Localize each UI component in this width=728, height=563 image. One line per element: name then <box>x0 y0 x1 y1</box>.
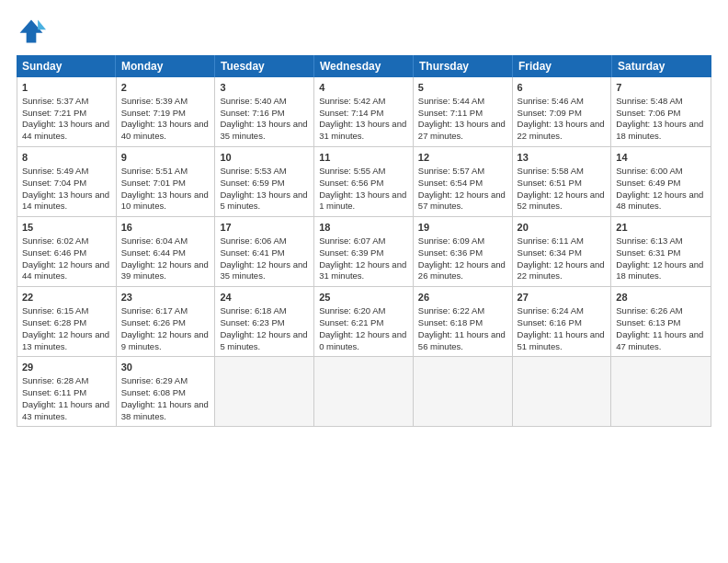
daylight: Daylight: 13 hours and 31 minutes. <box>319 119 408 143</box>
sunset: Sunset: 6:56 PM <box>319 178 408 190</box>
day-cell-3: 3Sunrise: 5:40 AMSunset: 7:16 PMDaylight… <box>215 77 314 146</box>
day-number: 26 <box>418 291 507 304</box>
day-header-monday: Monday <box>116 55 215 77</box>
daylight: Daylight: 13 hours and 14 minutes. <box>22 190 111 213</box>
day-number: 12 <box>418 151 507 165</box>
sunset: Sunset: 7:01 PM <box>121 178 210 190</box>
day-number: 28 <box>616 291 706 304</box>
sunrise: Sunrise: 6:15 AM <box>22 305 111 317</box>
sunset: Sunset: 6:49 PM <box>616 178 706 190</box>
sunrise: Sunrise: 6:17 AM <box>121 305 210 317</box>
day-number: 14 <box>616 151 706 165</box>
daylight: Daylight: 12 hours and 31 minutes. <box>319 259 408 283</box>
sunrise: Sunrise: 5:49 AM <box>22 166 111 178</box>
sunrise: Sunrise: 5:57 AM <box>418 166 507 178</box>
daylight: Daylight: 12 hours and 48 minutes. <box>616 190 706 213</box>
daylight: Daylight: 13 hours and 5 minutes. <box>220 190 309 213</box>
sunrise: Sunrise: 5:55 AM <box>319 166 408 178</box>
day-cell-8: 8Sunrise: 5:49 AMSunset: 7:04 PMDaylight… <box>17 147 117 216</box>
day-cell-6: 6Sunrise: 5:46 AMSunset: 7:09 PMDaylight… <box>513 77 612 146</box>
sunset: Sunset: 7:14 PM <box>319 108 408 120</box>
day-cell-15: 15Sunrise: 6:02 AMSunset: 6:46 PMDayligh… <box>17 217 117 286</box>
day-cell-14: 14Sunrise: 6:00 AMSunset: 6:49 PMDayligh… <box>611 147 711 216</box>
day-cell-9: 9Sunrise: 5:51 AMSunset: 7:01 PMDaylight… <box>117 147 216 216</box>
sunrise: Sunrise: 6:06 AM <box>220 236 309 247</box>
day-header-sunday: Sunday <box>17 55 116 77</box>
day-number: 22 <box>22 291 111 304</box>
day-cell-25: 25Sunrise: 6:20 AMSunset: 6:21 PMDayligh… <box>314 287 414 356</box>
daylight: Daylight: 12 hours and 5 minutes. <box>220 329 309 353</box>
sunset: Sunset: 6:31 PM <box>616 247 706 259</box>
day-number: 1 <box>22 81 111 95</box>
day-cell-11: 11Sunrise: 5:55 AMSunset: 6:56 PMDayligh… <box>314 147 414 216</box>
sunset: Sunset: 6:18 PM <box>418 317 507 329</box>
sunset: Sunset: 7:06 PM <box>616 108 706 120</box>
day-cell-20: 20Sunrise: 6:11 AMSunset: 6:34 PMDayligh… <box>513 217 612 286</box>
sunset: Sunset: 7:19 PM <box>121 108 210 120</box>
daylight: Daylight: 12 hours and 9 minutes. <box>121 329 210 353</box>
daylight: Daylight: 13 hours and 22 minutes. <box>518 119 607 143</box>
daylight: Daylight: 11 hours and 38 minutes. <box>121 399 210 423</box>
daylight: Daylight: 13 hours and 1 minute. <box>319 190 408 213</box>
calendar-week-3: 15Sunrise: 6:02 AMSunset: 6:46 PMDayligh… <box>17 217 711 287</box>
day-number: 2 <box>121 81 210 95</box>
daylight: Daylight: 12 hours and 57 minutes. <box>418 190 507 213</box>
daylight: Daylight: 12 hours and 39 minutes. <box>121 259 210 283</box>
sunrise: Sunrise: 6:09 AM <box>418 236 507 247</box>
calendar-body: 1Sunrise: 5:37 AMSunset: 7:21 PMDaylight… <box>17 77 711 426</box>
day-cell-21: 21Sunrise: 6:13 AMSunset: 6:31 PMDayligh… <box>611 217 711 286</box>
sunset: Sunset: 6:26 PM <box>121 317 210 329</box>
calendar: SundayMondayTuesdayWednesdayThursdayFrid… <box>17 55 711 554</box>
sunrise: Sunrise: 6:00 AM <box>616 166 706 178</box>
sunset: Sunset: 6:39 PM <box>319 247 408 259</box>
sunset: Sunset: 6:51 PM <box>518 178 607 190</box>
svg-marker-1 <box>38 20 46 30</box>
day-cell-27: 27Sunrise: 6:24 AMSunset: 6:16 PMDayligh… <box>513 287 612 356</box>
sunset: Sunset: 6:21 PM <box>319 317 408 329</box>
day-cell-26: 26Sunrise: 6:22 AMSunset: 6:18 PMDayligh… <box>414 287 513 356</box>
day-number: 5 <box>418 81 507 95</box>
daylight: Daylight: 11 hours and 43 minutes. <box>22 399 111 423</box>
day-cell-7: 7Sunrise: 5:48 AMSunset: 7:06 PMDaylight… <box>611 77 711 146</box>
day-header-thursday: Thursday <box>414 55 513 77</box>
daylight: Daylight: 12 hours and 44 minutes. <box>22 259 111 283</box>
day-number: 16 <box>121 221 210 235</box>
daylight: Daylight: 12 hours and 0 minutes. <box>319 329 408 353</box>
sunrise: Sunrise: 6:02 AM <box>22 236 111 247</box>
day-number: 6 <box>518 81 607 95</box>
day-cell-empty <box>314 357 414 426</box>
sunrise: Sunrise: 6:11 AM <box>518 236 607 247</box>
sunset: Sunset: 6:46 PM <box>22 247 111 259</box>
day-header-saturday: Saturday <box>612 55 711 77</box>
sunset: Sunset: 7:21 PM <box>22 108 111 120</box>
day-cell-24: 24Sunrise: 6:18 AMSunset: 6:23 PMDayligh… <box>215 287 314 356</box>
daylight: Daylight: 13 hours and 18 minutes. <box>616 119 706 143</box>
day-number: 17 <box>220 221 309 235</box>
day-number: 24 <box>220 291 309 304</box>
day-number: 7 <box>616 81 706 95</box>
daylight: Daylight: 13 hours and 44 minutes. <box>22 119 111 143</box>
daylight: Daylight: 11 hours and 56 minutes. <box>418 329 507 353</box>
daylight: Daylight: 13 hours and 35 minutes. <box>220 119 309 143</box>
day-cell-23: 23Sunrise: 6:17 AMSunset: 6:26 PMDayligh… <box>117 287 216 356</box>
sunset: Sunset: 7:04 PM <box>22 178 111 190</box>
sunset: Sunset: 7:11 PM <box>418 108 507 120</box>
day-cell-29: 29Sunrise: 6:28 AMSunset: 6:11 PMDayligh… <box>17 357 117 426</box>
sunset: Sunset: 7:16 PM <box>220 108 309 120</box>
sunrise: Sunrise: 5:37 AM <box>22 96 111 108</box>
sunrise: Sunrise: 5:51 AM <box>121 166 210 178</box>
sunrise: Sunrise: 5:58 AM <box>518 166 607 178</box>
calendar-week-1: 1Sunrise: 5:37 AMSunset: 7:21 PMDaylight… <box>17 77 711 147</box>
sunrise: Sunrise: 6:20 AM <box>319 305 408 317</box>
day-cell-4: 4Sunrise: 5:42 AMSunset: 7:14 PMDaylight… <box>314 77 414 146</box>
day-cell-10: 10Sunrise: 5:53 AMSunset: 6:59 PMDayligh… <box>215 147 314 216</box>
sunset: Sunset: 6:11 PM <box>22 387 111 399</box>
day-number: 13 <box>518 151 607 165</box>
day-cell-empty <box>513 357 612 426</box>
sunrise: Sunrise: 6:29 AM <box>121 375 210 387</box>
sunrise: Sunrise: 6:26 AM <box>616 305 706 317</box>
day-number: 11 <box>319 151 408 165</box>
daylight: Daylight: 11 hours and 51 minutes. <box>518 329 607 353</box>
sunrise: Sunrise: 6:24 AM <box>518 305 607 317</box>
day-number: 4 <box>319 81 408 95</box>
